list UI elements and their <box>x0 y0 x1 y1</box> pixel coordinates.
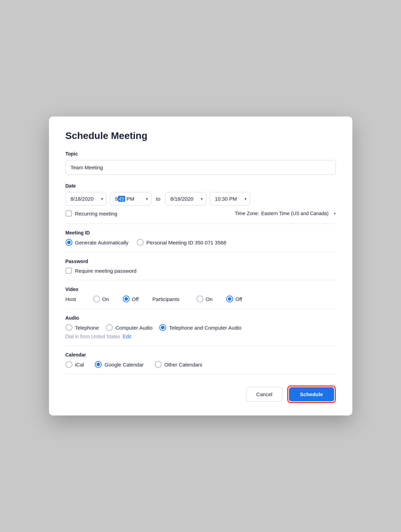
video-label: Video <box>66 287 336 292</box>
edit-link[interactable]: Edit <box>123 334 131 339</box>
date-label: Date <box>66 183 336 189</box>
host-off-label: Off <box>132 296 139 302</box>
start-time-display[interactable]: 945 PM <box>110 192 151 205</box>
modal-title: Schedule Meeting <box>66 130 336 141</box>
end-time-select-wrap: 10:30 PM ▾ <box>210 192 250 205</box>
meeting-id-radio-row: Generate Automatically Personal Meeting … <box>66 239 336 246</box>
calendar-other-label: Other Calendars <box>164 362 202 368</box>
audio-both-label: Telephone and Computer Audio <box>169 325 241 331</box>
password-label: Password <box>66 259 336 264</box>
meeting-id-personal-label: Personal Meeting ID 350 071 3568 <box>147 240 227 245</box>
divider-4 <box>66 309 336 309</box>
recurring-left: Recurring meeting <box>66 210 118 217</box>
meeting-id-auto-radio[interactable] <box>66 239 72 246</box>
audio-both-radio[interactable] <box>159 324 166 331</box>
divider-6 <box>66 374 336 374</box>
password-require-label: Require meeting password <box>75 268 137 274</box>
schedule-button[interactable]: Schedule <box>289 387 334 401</box>
calendar-label: Calendar <box>66 352 336 358</box>
divider-3 <box>66 280 336 280</box>
timezone-row: Time Zone: Eastern Time (US and Canada) … <box>235 211 335 216</box>
audio-telephone-label: Telephone <box>75 325 99 331</box>
participants-off-label: Off <box>235 296 242 302</box>
meeting-id-personal-option[interactable]: Personal Meeting ID 350 071 3568 <box>137 239 227 246</box>
participants-off-option[interactable]: Off <box>226 295 242 302</box>
host-off-option[interactable]: Off <box>123 295 139 302</box>
start-time-ampm: PM <box>125 196 134 202</box>
end-time-select[interactable]: 10:30 PM <box>210 192 250 205</box>
password-checkbox[interactable] <box>66 268 72 274</box>
calendar-google-label: Google Calendar <box>104 362 143 368</box>
calendar-other-option[interactable]: Other Calendars <box>155 361 202 368</box>
divider-5 <box>66 345 336 346</box>
start-date-select[interactable]: 8/18/2020 <box>66 192 107 205</box>
video-row: Host On Off Participants On Off <box>66 295 336 302</box>
audio-telephone-option[interactable]: Telephone <box>66 324 99 331</box>
video-section: Video Host On Off Participants On Off <box>66 287 336 302</box>
meeting-id-auto-option[interactable]: Generate Automatically <box>66 239 129 246</box>
date-row: 8/18/2020 ▾ 945 PM ▾ to 8/18/2020 ▾ 10:3… <box>66 192 336 205</box>
participants-on-option[interactable]: On <box>197 295 212 302</box>
audio-label: Audio <box>66 315 336 321</box>
cancel-button[interactable]: Cancel <box>246 387 282 402</box>
meeting-id-section: Meeting ID Generate Automatically Person… <box>66 230 336 246</box>
audio-computer-option[interactable]: Computer Audio <box>106 324 153 331</box>
dial-in-row: Dial in from United States Edit <box>66 334 336 339</box>
topic-input[interactable] <box>66 160 336 175</box>
audio-both-option[interactable]: Telephone and Computer Audio <box>159 324 241 331</box>
participants-off-radio[interactable] <box>226 295 233 302</box>
calendar-ical-label: iCal <box>75 362 84 368</box>
recurring-checkbox[interactable] <box>66 210 72 217</box>
recurring-row: Recurring meeting Time Zone: Eastern Tim… <box>66 210 336 217</box>
to-label: to <box>155 196 162 202</box>
calendar-row: iCal Google Calendar Other Calendars <box>66 361 336 368</box>
audio-computer-radio[interactable] <box>106 324 113 331</box>
end-date-select-wrap: 8/18/2020 ▾ <box>165 192 206 205</box>
topic-label: Topic <box>66 151 336 157</box>
footer-buttons: Cancel Schedule <box>66 385 336 403</box>
host-off-radio[interactable] <box>123 295 130 302</box>
meeting-id-label: Meeting ID <box>66 230 336 235</box>
timezone-select-wrap: Eastern Time (US and Canada) ▾ <box>261 211 336 216</box>
participants-on-label: On <box>205 296 212 302</box>
audio-computer-label: Computer Audio <box>116 325 153 331</box>
calendar-section: Calendar iCal Google Calendar Other Cale… <box>66 352 336 368</box>
password-section: Password Require meeting password <box>66 259 336 274</box>
divider-2 <box>66 252 336 252</box>
host-label: Host <box>66 296 76 302</box>
host-on-radio[interactable] <box>93 295 100 302</box>
audio-telephone-radio[interactable] <box>66 324 72 331</box>
start-time-hour: 9 <box>115 196 118 202</box>
schedule-meeting-modal: Schedule Meeting Topic Date 8/18/2020 ▾ … <box>49 117 352 415</box>
participants-label: Participants <box>152 296 179 302</box>
end-date-select[interactable]: 8/18/2020 <box>165 192 206 205</box>
audio-section: Audio Telephone Computer Audio Telephone… <box>66 315 336 339</box>
start-time-min-highlighted: 45 <box>118 196 125 202</box>
timezone-label: Time Zone: <box>235 211 259 216</box>
timezone-select[interactable]: Eastern Time (US and Canada) <box>261 211 336 216</box>
meeting-id-auto-label: Generate Automatically <box>75 240 129 245</box>
calendar-ical-option[interactable]: iCal <box>66 361 84 368</box>
calendar-ical-radio[interactable] <box>66 361 72 368</box>
start-time-select-wrap: 945 PM ▾ <box>110 192 151 205</box>
dial-in-text: Dial in from United States <box>66 334 120 339</box>
divider-1 <box>66 223 336 224</box>
audio-row: Telephone Computer Audio Telephone and C… <box>66 324 336 331</box>
participants-on-radio[interactable] <box>197 295 203 302</box>
calendar-other-radio[interactable] <box>155 361 162 368</box>
recurring-label: Recurring meeting <box>75 211 118 217</box>
calendar-google-option[interactable]: Google Calendar <box>95 361 143 368</box>
start-date-select-wrap: 8/18/2020 ▾ <box>66 192 107 205</box>
schedule-button-wrap: Schedule <box>287 385 336 403</box>
meeting-id-personal-radio[interactable] <box>137 239 144 246</box>
host-on-option[interactable]: On <box>93 295 109 302</box>
calendar-google-radio[interactable] <box>95 361 102 368</box>
host-on-label: On <box>102 296 109 302</box>
